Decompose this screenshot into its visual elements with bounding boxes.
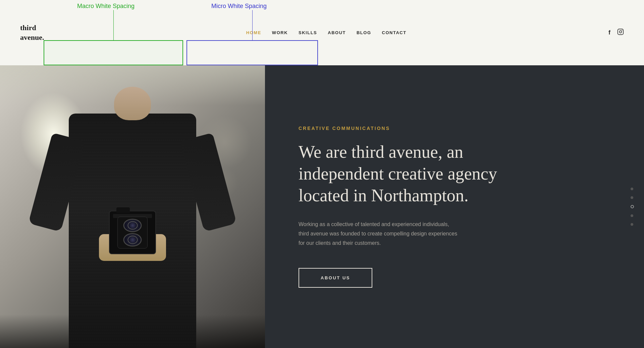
navigation: HOME WORK SKILLS ABOUT BLOG CONTACT (246, 30, 407, 35)
logo-line1: third (20, 23, 44, 33)
header: third avenue. HOME WORK SKILLS ABOUT BLO… (0, 0, 644, 65)
hero-description: Working as a collective of talented and … (299, 220, 460, 248)
hero-content: CREATIVE COMMUNICATIONS We are third ave… (265, 65, 644, 348)
nav-contact[interactable]: CONTACT (382, 30, 407, 35)
hero-section: CREATIVE COMMUNICATIONS We are third ave… (0, 65, 644, 348)
scroll-dot-2[interactable] (631, 196, 633, 199)
nav-work[interactable]: WORK (272, 30, 288, 35)
instagram-icon[interactable] (617, 28, 624, 37)
social-icons: f (608, 28, 624, 37)
hero-image (0, 65, 265, 348)
person-head (114, 87, 151, 120)
nav-blog[interactable]: BLOG (357, 30, 371, 35)
hero-title: We are third avenue, an independent crea… (299, 141, 500, 206)
about-us-button[interactable]: ABOUT US (299, 268, 372, 288)
scroll-dot-3[interactable] (631, 205, 634, 208)
nav-skills[interactable]: SKILLS (299, 30, 317, 35)
svg-point-2 (622, 30, 623, 30)
scroll-indicators (631, 188, 634, 226)
scroll-dot-5[interactable] (631, 223, 633, 226)
camera-lens-top (123, 219, 142, 232)
scroll-dot-4[interactable] (631, 214, 633, 217)
camera-lens-housing (117, 217, 148, 249)
logo: third avenue. (20, 23, 44, 42)
camera-lens-bottom (123, 233, 142, 247)
facebook-icon[interactable]: f (608, 29, 610, 36)
nav-home[interactable]: HOME (246, 30, 261, 35)
logo-line2: avenue. (20, 33, 44, 43)
photo-background (0, 65, 265, 348)
hero-subtitle: CREATIVE COMMUNICATIONS (299, 126, 610, 131)
camera-lens-top-inner (127, 221, 138, 230)
scroll-dot-1[interactable] (631, 188, 633, 190)
svg-point-1 (620, 31, 622, 33)
camera-lens-bottom-inner (127, 236, 138, 244)
nav-about[interactable]: ABOUT (328, 30, 346, 35)
camera-body (109, 211, 156, 254)
camera-top (116, 207, 130, 213)
svg-rect-0 (618, 29, 624, 35)
